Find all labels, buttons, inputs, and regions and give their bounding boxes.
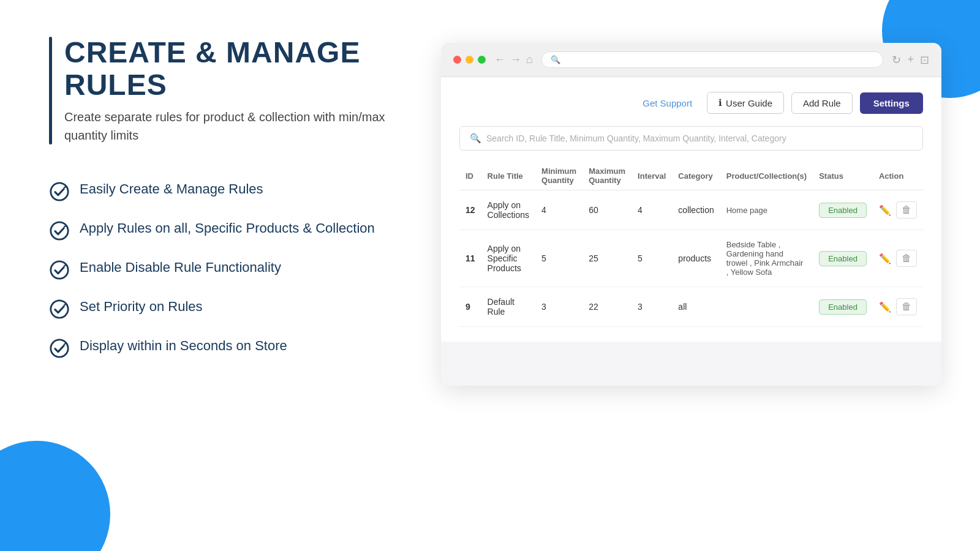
dot-red[interactable] xyxy=(453,56,461,64)
svg-point-4 xyxy=(51,339,68,356)
user-guide-label: User Guide xyxy=(726,98,772,108)
browser-nav: ← → ⌂ xyxy=(494,53,533,66)
table-row: 11 Apply on Specific Products 5 25 5 pro… xyxy=(459,230,923,287)
feature-text: Apply Rules on all, Specific Products & … xyxy=(80,219,375,238)
check-circle-icon xyxy=(49,181,70,202)
col-max-qty: Maximum Quantity xyxy=(582,162,631,190)
page-subtitle: Create separate rules for product & coll… xyxy=(64,108,404,144)
svg-point-2 xyxy=(51,261,68,278)
browser-search-bar[interactable]: 🔍 xyxy=(541,51,884,68)
table-row: 12 Apply on Collections 4 60 4 collectio… xyxy=(459,190,923,230)
cell-action: ✏️ 🗑 xyxy=(873,287,923,327)
cell-status: Enabled xyxy=(813,190,873,230)
cell-category: collection xyxy=(672,190,720,230)
col-action: Action xyxy=(873,162,923,190)
heading-bar xyxy=(49,37,52,144)
check-circle-icon xyxy=(49,299,70,320)
nav-home[interactable]: ⌂ xyxy=(526,53,533,66)
table-body: 12 Apply on Collections 4 60 4 collectio… xyxy=(459,190,923,327)
svg-point-0 xyxy=(51,182,68,200)
cell-interval: 4 xyxy=(631,190,672,230)
svg-point-1 xyxy=(51,222,68,239)
edit-button[interactable]: ✏️ xyxy=(879,253,891,264)
cell-status: Enabled xyxy=(813,287,873,327)
browser-actions: ↻ + ⊡ xyxy=(892,53,929,67)
cell-action: ✏️ 🗑 xyxy=(873,230,923,287)
cell-min-qty: 4 xyxy=(535,190,582,230)
edit-button[interactable]: ✏️ xyxy=(879,204,891,216)
cell-product: Home page xyxy=(720,190,813,230)
dot-green[interactable] xyxy=(478,56,486,64)
cell-category: products xyxy=(672,230,720,287)
settings-button[interactable]: Settings xyxy=(860,92,923,114)
cell-interval: 5 xyxy=(631,230,672,287)
cell-rule-title: Default Rule xyxy=(481,287,535,327)
search-bar[interactable]: 🔍 Search ID, Rule Title, Minimum Quantit… xyxy=(459,126,923,151)
feature-item-feat-4: Set Priority on Rules xyxy=(49,298,404,320)
edit-button[interactable]: ✏️ xyxy=(879,301,891,313)
cell-interval: 3 xyxy=(631,287,672,327)
table-header-row: ID Rule Title Minimum Quantity Maximum Q… xyxy=(459,162,923,190)
cell-category: all xyxy=(672,287,720,327)
check-circle-icon xyxy=(49,260,70,280)
page-title: CREATE & MANAGE RULES xyxy=(64,37,404,102)
feature-item-feat-1: Easily Create & Manage Rules xyxy=(49,180,404,202)
svg-point-3 xyxy=(51,300,68,317)
cell-min-qty: 5 xyxy=(535,230,582,287)
cell-status: Enabled xyxy=(813,230,873,287)
cell-id: 9 xyxy=(459,287,481,327)
browser-window: ← → ⌂ 🔍 ↻ + ⊡ Get Support xyxy=(441,43,941,386)
table-header: ID Rule Title Minimum Quantity Maximum Q… xyxy=(459,162,923,190)
dot-yellow[interactable] xyxy=(466,56,473,64)
check-circle-icon xyxy=(49,220,70,241)
feature-item-feat-5: Display within in Seconds on Store xyxy=(49,337,404,359)
feature-text: Easily Create & Manage Rules xyxy=(80,180,263,198)
cell-id: 11 xyxy=(459,230,481,287)
add-rule-button[interactable]: Add Rule xyxy=(791,92,853,114)
delete-button[interactable]: 🗑 xyxy=(896,250,917,267)
refresh-icon[interactable]: ↻ xyxy=(892,53,901,67)
get-support-button[interactable]: Get Support xyxy=(635,93,699,113)
feature-text: Display within in Seconds on Store xyxy=(80,337,287,355)
feature-text: Enable Disable Rule Functionality xyxy=(80,258,281,277)
bookmark-icon[interactable]: ⊡ xyxy=(920,53,929,67)
status-badge: Enabled xyxy=(819,203,867,218)
action-buttons: ✏️ 🗑 xyxy=(879,298,917,315)
col-status: Status xyxy=(813,162,873,190)
app-toolbar: Get Support ℹ User Guide Add Rule Settin… xyxy=(459,92,923,114)
browser-bar: ← → ⌂ 🔍 ↻ + ⊡ xyxy=(441,43,941,77)
col-id: ID xyxy=(459,162,481,190)
cell-max-qty: 22 xyxy=(582,287,631,327)
info-icon: ℹ xyxy=(718,97,722,108)
rules-table: ID Rule Title Minimum Quantity Maximum Q… xyxy=(459,162,923,327)
delete-button[interactable]: 🗑 xyxy=(896,298,917,315)
cell-max-qty: 60 xyxy=(582,190,631,230)
feature-text: Set Priority on Rules xyxy=(80,298,203,316)
cell-min-qty: 3 xyxy=(535,287,582,327)
cell-rule-title: Apply on Specific Products xyxy=(481,230,535,287)
nav-forward[interactable]: → xyxy=(510,53,521,66)
action-buttons: ✏️ 🗑 xyxy=(879,201,917,219)
col-rule-title: Rule Title xyxy=(481,162,535,190)
cell-product xyxy=(720,287,813,327)
nav-back[interactable]: ← xyxy=(494,53,505,66)
col-category: Category xyxy=(672,162,720,190)
col-interval: Interval xyxy=(631,162,672,190)
feature-item-feat-2: Apply Rules on all, Specific Products & … xyxy=(49,219,404,241)
cell-product: Bedside Table , Gardening hand trowel , … xyxy=(720,230,813,287)
right-panel: ← → ⌂ 🔍 ↻ + ⊡ Get Support xyxy=(441,37,941,527)
col-min-qty: Minimum Quantity xyxy=(535,162,582,190)
add-tab-icon[interactable]: + xyxy=(907,53,914,67)
left-panel: CREATE & MANAGE RULES Create separate ru… xyxy=(49,37,404,527)
user-guide-button[interactable]: ℹ User Guide xyxy=(707,92,784,114)
cell-action: ✏️ 🗑 xyxy=(873,190,923,230)
heading-block: CREATE & MANAGE RULES Create separate ru… xyxy=(49,37,404,144)
features-list: Easily Create & Manage Rules Apply Rules… xyxy=(49,180,404,359)
app-content: Get Support ℹ User Guide Add Rule Settin… xyxy=(441,77,941,342)
search-icon: 🔍 xyxy=(470,133,481,144)
search-placeholder: Search ID, Rule Title, Minimum Quantity,… xyxy=(486,133,786,143)
table-row: 9 Default Rule 3 22 3 all Enabled ✏️ 🗑 xyxy=(459,287,923,327)
check-circle-icon xyxy=(49,338,70,359)
delete-button[interactable]: 🗑 xyxy=(896,201,917,219)
cell-max-qty: 25 xyxy=(582,230,631,287)
